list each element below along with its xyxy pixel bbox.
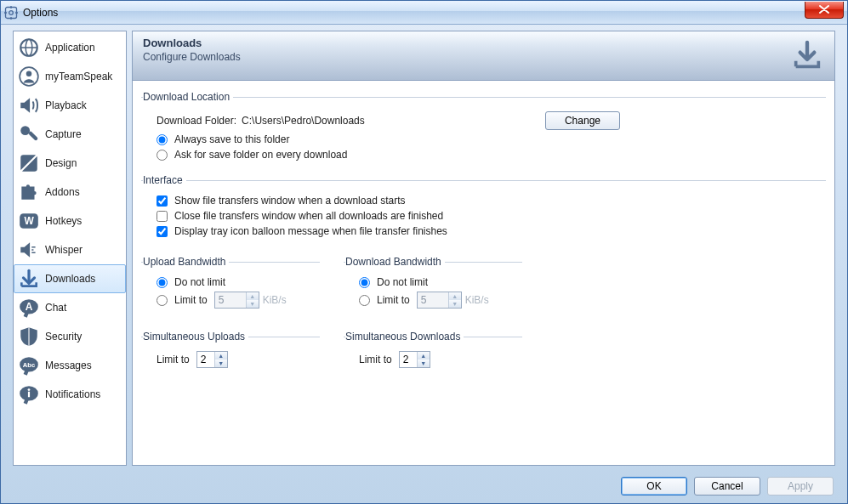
apply-button[interactable]: Apply [767,477,834,496]
sim-downloads-spinner[interactable]: ▲▼ [399,351,430,368]
svg-text:A: A [26,301,33,313]
svg-rect-7 [28,131,38,141]
sidebar-item-design[interactable]: Design [14,149,126,178]
svg-rect-17 [28,392,30,398]
check-tray-balloon-row: Display tray icon balloon message when f… [157,225,824,237]
radio-upload-nolimit-label: Do not limit [174,276,225,288]
group-sim-downloads: Simultaneous Downloads Limit to ▲▼ [344,331,522,373]
download-limit-value[interactable] [418,292,448,308]
chevron-down-icon[interactable]: ▼ [247,300,259,308]
radio-ask-save-label: Ask for save folder on every download [174,149,347,161]
sim-downloads-value[interactable] [400,352,417,367]
radio-always-save[interactable] [157,134,168,145]
radio-upload-nolimit[interactable] [157,277,168,288]
radio-upload-limit[interactable] [157,295,168,306]
radio-download-limit[interactable] [359,295,370,306]
sidebar-item-label: Whisper [45,244,83,256]
main-body: Download Location Download Folder: C:\Us… [133,81,834,465]
download-large-icon [790,38,824,72]
chat-a-icon: A [18,297,40,319]
app-icon [4,6,18,20]
radio-always-save-label: Always save to this folder [174,133,289,145]
sidebar-item-label: Capture [45,128,82,140]
svg-text:W: W [24,215,34,227]
key-w-icon: W [18,210,40,232]
check-tray-balloon[interactable] [157,226,168,237]
sidebar-item-chat[interactable]: A Chat [14,293,126,322]
check-tray-balloon-label: Display tray icon balloon message when f… [174,225,447,237]
radio-upload-limit-label: Limit to [174,294,208,306]
check-close-finished-label: Close file transfers window when all dow… [174,210,443,222]
sidebar-item-messages[interactable]: Abc Messages [14,351,126,380]
spinner-arrows[interactable]: ▲▼ [246,292,259,308]
radio-download-limit-label: Limit to [377,294,410,306]
legend-download-location: Download Location [143,91,233,103]
chevron-down-icon[interactable]: ▼ [418,360,430,367]
content-area: Application myTeamSpeak Playback Capture [13,31,835,466]
radio-download-nolimit-row: Do not limit [359,276,521,288]
sidebar-item-label: Notifications [45,388,100,400]
chevron-down-icon[interactable]: ▼ [215,360,227,367]
upload-limit-spinner[interactable]: ▲▼ [214,292,259,309]
radio-upload-nolimit-row: Do not limit [157,276,318,288]
sidebar-item-security[interactable]: Security [14,322,126,351]
titlebar: Options [1,1,847,25]
speaker-icon [18,94,40,116]
radio-download-nolimit[interactable] [359,277,370,288]
dialog-footer: OK Cancel Apply [1,469,847,503]
chevron-up-icon[interactable]: ▲ [247,292,259,300]
sidebar-item-hotkeys[interactable]: W Hotkeys [14,207,126,235]
sidebar-item-label: Design [45,157,77,169]
chevron-up-icon[interactable]: ▲ [449,292,461,300]
svg-point-6 [20,126,30,135]
sidebar-item-label: Downloads [45,273,95,285]
close-button[interactable] [805,2,844,19]
group-interface: Interface Show file transfers window whe… [141,174,826,242]
svg-point-5 [26,71,32,77]
sidebar-item-capture[interactable]: Capture [14,120,126,149]
radio-ask-save[interactable] [157,150,168,161]
download-limit-spinner[interactable]: ▲▼ [417,292,462,309]
sidebar-item-application[interactable]: Application [14,33,126,62]
sim-downloads-row: Limit to ▲▼ [359,351,521,368]
sidebar-item-label: Hotkeys [45,215,82,227]
check-show-transfers[interactable] [157,195,168,207]
application-icon [18,37,40,59]
svg-point-16 [28,388,31,391]
legend-sim-downloads: Simultaneous Downloads [345,331,464,343]
window-buttons [805,7,844,19]
sidebar-item-notifications[interactable]: Notifications [14,380,126,409]
sidebar: Application myTeamSpeak Playback Capture [13,31,127,466]
spinner-arrows[interactable]: ▲▼ [448,292,461,308]
ok-button[interactable]: OK [621,477,687,496]
sidebar-item-addons[interactable]: Addons [14,178,126,207]
check-show-transfers-label: Show file transfers window when a downlo… [174,195,405,207]
legend-download-bandwidth: Download Bandwidth [345,256,445,268]
user-globe-icon [18,65,40,88]
spinner-arrows[interactable]: ▲▼ [417,352,430,367]
sim-uploads-label: Limit to [157,354,190,365]
check-close-finished[interactable] [157,211,168,222]
download-icon [18,268,40,290]
chevron-up-icon[interactable]: ▲ [418,352,430,360]
sidebar-item-whisper[interactable]: Whisper [14,235,126,264]
change-folder-button[interactable]: Change [545,111,620,130]
sidebar-item-myteamspeak[interactable]: myTeamSpeak [14,62,126,91]
sidebar-item-playback[interactable]: Playback [14,91,126,120]
spinner-arrows[interactable]: ▲▼ [214,352,227,367]
whisper-icon [18,239,40,261]
options-window: Options Application myTeamSpeak [0,0,848,504]
design-icon [18,152,40,174]
legend-interface: Interface [143,174,186,186]
sidebar-item-downloads[interactable]: Downloads [14,264,126,293]
upload-limit-value[interactable] [215,292,246,308]
sim-uploads-value[interactable] [197,352,214,367]
cancel-button[interactable]: Cancel [694,477,760,496]
sim-uploads-spinner[interactable]: ▲▼ [196,351,228,368]
radio-upload-limit-row: Limit to ▲▼ KiB/s [157,292,318,309]
chevron-up-icon[interactable]: ▲ [215,352,227,360]
sidebar-item-label: Addons [45,186,80,198]
chevron-down-icon[interactable]: ▼ [449,300,461,308]
main-header: Downloads Configure Downloads [133,31,834,81]
download-limit-unit: KiB/s [465,294,489,306]
